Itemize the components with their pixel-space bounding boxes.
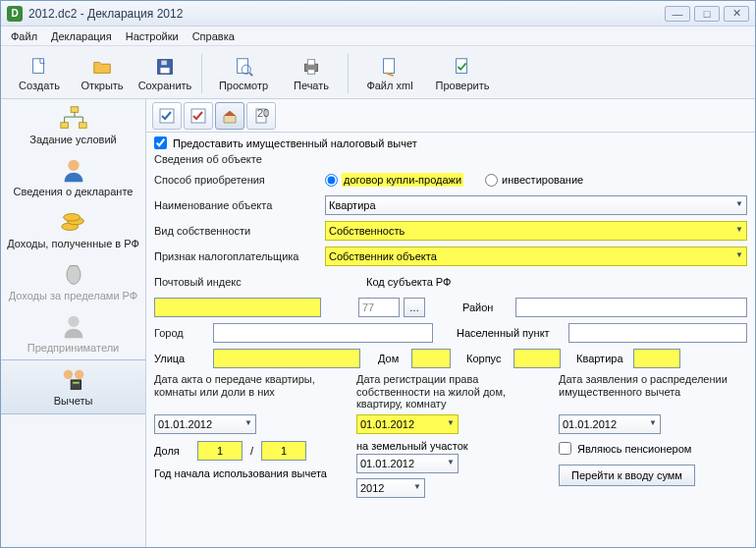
sidebar-item-conditions[interactable]: Задание условий bbox=[1, 99, 145, 151]
coins-icon bbox=[59, 209, 88, 235]
svg-rect-13 bbox=[60, 123, 68, 129]
check-file-icon bbox=[452, 56, 473, 78]
act-date-select[interactable]: 01.01.2012 bbox=[154, 414, 256, 434]
tool-open[interactable]: Открыть bbox=[72, 56, 133, 91]
radio-invest-label: инвестирование bbox=[502, 174, 583, 186]
menu-declaration[interactable]: Декларация bbox=[51, 30, 112, 42]
pensioner-checkbox[interactable] bbox=[559, 442, 571, 455]
toolbar: Создать Открыть Сохранить Просмотр Печат… bbox=[1, 46, 755, 99]
claim-date-select[interactable]: 01.01.2012 bbox=[559, 414, 661, 434]
tool-xml[interactable]: Файл xml bbox=[354, 56, 425, 91]
save-icon bbox=[154, 56, 176, 78]
tab-standard[interactable] bbox=[152, 102, 182, 130]
svg-line-6 bbox=[249, 73, 252, 76]
postal-input[interactable] bbox=[154, 298, 321, 317]
year-start-label: Год начала использования вычета bbox=[154, 467, 343, 479]
pensioner-label: Являюсь пенсионером bbox=[577, 443, 691, 455]
flat-input[interactable] bbox=[633, 349, 680, 368]
building-input[interactable] bbox=[513, 349, 561, 368]
postal-label: Почтовый индекс bbox=[154, 276, 321, 288]
window-title: 2012.dc2 - Декларация 2012 bbox=[28, 7, 665, 21]
settlement-input[interactable] bbox=[568, 323, 747, 343]
region-code-input bbox=[358, 298, 400, 317]
content-pane: 20… Предоставить имущественный налоговый… bbox=[146, 99, 755, 547]
property-deduction-form: Предоставить имущественный налоговый выч… bbox=[146, 133, 755, 547]
tool-create[interactable]: Создать bbox=[9, 56, 70, 91]
year-start-select[interactable]: 2012 bbox=[356, 478, 425, 498]
sidebar-item-entrepreneurs: Предприниматели bbox=[1, 307, 145, 359]
deduction-tabstrip: 20… bbox=[146, 99, 755, 133]
money-bag-icon bbox=[59, 261, 88, 287]
district-input[interactable] bbox=[515, 298, 747, 317]
settlement-label: Населенный пункт bbox=[457, 327, 565, 339]
tab-other[interactable]: 20… bbox=[246, 102, 276, 130]
tool-print[interactable]: Печать bbox=[281, 56, 342, 91]
sidebar-item-income-abroad: Доходы за пределами РФ bbox=[1, 255, 145, 307]
city-input[interactable] bbox=[213, 323, 433, 343]
sidebar: Задание условий Сведения о декларанте До… bbox=[1, 99, 146, 547]
svg-point-20 bbox=[63, 370, 72, 379]
district-label: Район bbox=[462, 301, 512, 313]
tool-view[interactable]: Просмотр bbox=[208, 56, 279, 91]
go-to-sums-button[interactable]: Перейти к вводу сумм bbox=[559, 465, 695, 486]
radio-sale-contract[interactable]: договор купли-продажи bbox=[325, 173, 463, 187]
close-button[interactable]: ✕ bbox=[724, 6, 749, 22]
share-denominator-input[interactable] bbox=[261, 441, 306, 461]
street-input[interactable] bbox=[213, 349, 360, 368]
provide-deduction-checkbox[interactable] bbox=[154, 137, 167, 149]
menu-file[interactable]: Файл bbox=[11, 30, 37, 42]
sidebar-item-declarant[interactable]: Сведения о декларанте bbox=[1, 151, 145, 203]
sidebar-item-deductions[interactable]: Вычеты bbox=[1, 359, 145, 413]
svg-point-18 bbox=[63, 214, 80, 222]
sidebar-item-income-rf[interactable]: Доходы, полученные в РФ bbox=[1, 203, 145, 255]
taxpayer-sign-select[interactable]: Собственник объекта bbox=[325, 247, 747, 266]
own-type-select[interactable]: Собственность bbox=[325, 221, 747, 241]
tool-save[interactable]: Сохранить bbox=[135, 56, 195, 91]
menubar: Файл Декларация Настройки Справка bbox=[1, 27, 755, 46]
tab-social[interactable] bbox=[184, 102, 213, 130]
reg-date-select[interactable]: 01.01.2012 bbox=[356, 414, 459, 434]
menu-help[interactable]: Справка bbox=[192, 30, 235, 42]
house-icon bbox=[221, 107, 239, 125]
taxpayer-sign-label: Признак налогоплательщика bbox=[154, 250, 321, 262]
svg-rect-22 bbox=[71, 380, 81, 389]
svg-rect-3 bbox=[161, 60, 167, 65]
land-date-label: на земельный участок bbox=[356, 440, 545, 452]
tab-property[interactable] bbox=[215, 102, 244, 130]
new-file-icon bbox=[28, 56, 50, 78]
house-label: Дом bbox=[378, 353, 407, 364]
region-lookup-button[interactable]: … bbox=[404, 298, 425, 317]
house-input[interactable] bbox=[411, 349, 451, 368]
svg-rect-12 bbox=[71, 107, 79, 113]
acq-method-label: Способ приобретения bbox=[154, 174, 321, 186]
svg-rect-0 bbox=[33, 58, 44, 73]
tree-icon bbox=[59, 105, 88, 131]
checklist-icon bbox=[158, 107, 176, 125]
app-icon: D bbox=[7, 6, 23, 22]
svg-rect-9 bbox=[307, 69, 314, 74]
obj-name-select[interactable]: Квартира bbox=[325, 195, 747, 215]
flat-label: Квартира bbox=[576, 353, 629, 364]
own-type-label: Вид собственности bbox=[154, 225, 321, 237]
svg-rect-4 bbox=[238, 58, 248, 73]
radio-investment[interactable]: инвестирование bbox=[485, 174, 583, 187]
menu-settings[interactable]: Настройки bbox=[126, 30, 179, 42]
svg-point-19 bbox=[68, 316, 79, 327]
person-grey-icon bbox=[59, 313, 88, 339]
preview-icon bbox=[233, 56, 254, 78]
land-date-select[interactable]: 01.01.2012 bbox=[356, 454, 459, 473]
minimize-button[interactable]: — bbox=[665, 6, 690, 22]
redcheck-icon bbox=[189, 107, 207, 125]
workspace: Задание условий Сведения о декларанте До… bbox=[1, 99, 755, 547]
object-section-label: Сведения об объекте bbox=[154, 153, 747, 165]
city-label: Город bbox=[154, 327, 209, 339]
share-label: Доля bbox=[154, 445, 193, 457]
tool-check[interactable]: Проверить bbox=[427, 56, 498, 91]
printer-icon bbox=[300, 56, 322, 78]
maximize-button[interactable]: □ bbox=[694, 6, 720, 22]
svg-text:20…: 20… bbox=[257, 107, 270, 119]
svg-rect-11 bbox=[457, 58, 467, 73]
svg-rect-2 bbox=[160, 67, 169, 73]
share-numerator-input[interactable] bbox=[197, 441, 243, 461]
toolbar-separator bbox=[201, 54, 202, 93]
